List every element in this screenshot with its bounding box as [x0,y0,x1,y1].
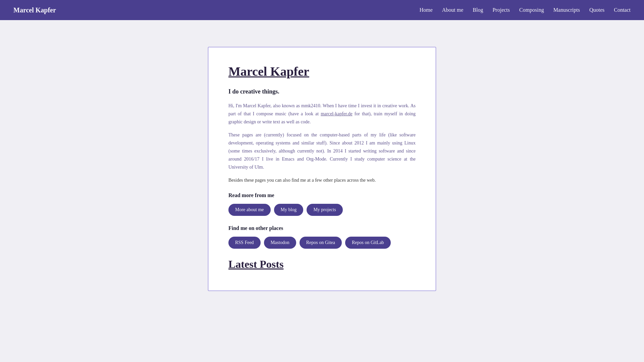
main-nav: HomeAbout meBlogProjectsComposingManuscr… [420,7,631,13]
nav-item-blog[interactable]: Blog [473,7,483,13]
site-title: Marcel Kapfer [13,6,56,14]
site-header: Marcel Kapfer HomeAbout meBlogProjectsCo… [0,0,644,20]
nav-item-about-me[interactable]: About me [442,7,464,13]
btn-my-projects[interactable]: My projects [307,204,342,216]
btn-my-blog[interactable]: My blog [274,204,304,216]
nav-item-composing[interactable]: Composing [519,7,544,13]
btn-repos-on-gitlab[interactable]: Repos on GitLab [345,237,391,249]
find-me-heading: Find me on other places [228,225,416,231]
find-me-buttons: RSS FeedMastodonRepos on GiteaRepos on G… [228,237,416,249]
marcel-kapfer-link[interactable]: marcel-kapfer.de [321,111,352,116]
btn-mastodon[interactable]: Mastodon [264,237,296,249]
nav-item-projects[interactable]: Projects [492,7,510,13]
btn-rss-feed[interactable]: RSS Feed [228,237,261,249]
plain-paragraph: Besides these pages you can also find me… [228,176,416,184]
read-more-heading: Read more from me [228,192,416,198]
btn-more-about-me[interactable]: More about me [228,204,271,216]
nav-item-contact[interactable]: Contact [614,7,631,13]
nav-item-home[interactable]: Home [420,7,433,13]
page-title: Marcel Kapfer [228,64,416,79]
nav-item-manuscripts[interactable]: Manuscripts [553,7,580,13]
page-wrapper: Marcel Kapfer I do creative things. Hi, … [0,20,644,318]
subtitle: I do creative things. [228,88,416,95]
nav-item-quotes[interactable]: Quotes [589,7,604,13]
content-card: Marcel Kapfer I do creative things. Hi, … [208,47,436,291]
latest-posts-title: Latest Posts [228,258,416,270]
intro-paragraph-1: Hi, I'm Marcel Kapfer, also known as mmk… [228,102,416,126]
btn-repos-on-gitea[interactable]: Repos on Gitea [300,237,342,249]
intro-paragraph-2: These pages are (currently) focused on t… [228,131,416,171]
read-more-buttons: More about meMy blogMy projects [228,204,416,216]
